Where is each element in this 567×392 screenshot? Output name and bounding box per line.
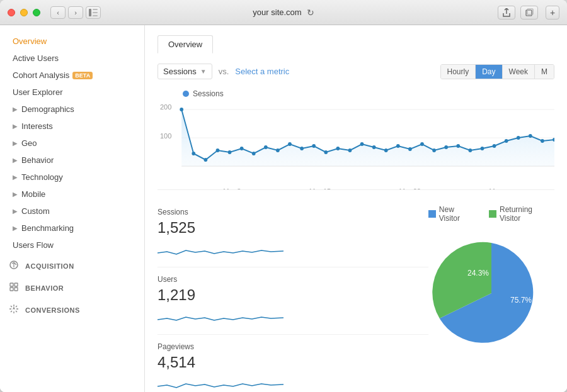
- svg-rect-5: [527, 9, 533, 14]
- sidebar-item-benchmarking[interactable]: ▶ Benchmarking: [0, 220, 144, 237]
- duplicate-button[interactable]: [520, 6, 538, 20]
- time-btn-m[interactable]: M: [535, 65, 554, 79]
- sidebar-item-users-flow[interactable]: Users Flow: [0, 237, 144, 254]
- svg-point-21: [240, 147, 244, 150]
- content-area: Overview Sessions ▼ vs. Select a metric …: [145, 25, 567, 392]
- svg-marker-11: [13, 306, 15, 310]
- window-actions: +: [498, 6, 559, 20]
- section-behavior[interactable]: BEHAVIOR: [0, 276, 144, 298]
- metric-sessions-value: 1,525: [158, 219, 428, 237]
- svg-point-25: [288, 142, 292, 146]
- svg-rect-2: [93, 12, 98, 13]
- metric-pageviews-value: 4,514: [158, 354, 428, 371]
- sidebar-item-demographics[interactable]: ▶ Demographics: [0, 101, 144, 118]
- legend-label-new: New Visitor: [439, 205, 476, 223]
- pie-chart-svg: 75.7% 24.3%: [428, 230, 554, 356]
- sidebar-item-active-users[interactable]: Active Users: [0, 50, 144, 67]
- select-metric-link[interactable]: Select a metric: [235, 67, 289, 76]
- controls-row: Sessions ▼ vs. Select a metric Hourly Da…: [158, 64, 554, 79]
- sidebar-item-user-explorer[interactable]: User Explorer: [0, 84, 144, 101]
- time-btn-day[interactable]: Day: [476, 65, 502, 79]
- arrow-icon: ▶: [13, 208, 18, 215]
- tab-overview[interactable]: Overview: [158, 35, 213, 53]
- svg-point-24: [276, 148, 280, 152]
- arrow-icon: ▶: [13, 106, 18, 113]
- section-acquisition[interactable]: ACQUISITION: [0, 254, 144, 276]
- chart-container: Sessions 200 100: [158, 89, 554, 190]
- sessions-sparkline: [158, 240, 284, 259]
- sidebar-item-interests[interactable]: ▶ Interests: [0, 118, 144, 135]
- sidebar-item-behavior[interactable]: ▶ Behavior: [0, 152, 144, 169]
- conversions-icon: [9, 304, 19, 316]
- arrow-icon: ▶: [13, 140, 18, 147]
- svg-point-26: [300, 147, 304, 150]
- maximize-button[interactable]: [33, 9, 40, 16]
- back-button[interactable]: ‹: [50, 6, 66, 19]
- users-sparkline: [158, 308, 284, 327]
- sidebar-item-cohort-analysis[interactable]: Cohort Analysis BETA: [0, 67, 144, 84]
- svg-rect-9: [10, 288, 13, 291]
- sidebar-item-overview[interactable]: Overview: [0, 33, 144, 50]
- behavior-icon: [9, 282, 19, 294]
- share-button[interactable]: [498, 6, 515, 20]
- close-button[interactable]: [8, 9, 15, 16]
- svg-rect-8: [14, 283, 18, 286]
- svg-rect-0: [89, 9, 91, 16]
- sidebar-item-custom[interactable]: ▶ Custom: [0, 203, 144, 220]
- x-label-m: M: [490, 188, 495, 190]
- chart-legend-label: Sessions: [193, 89, 224, 98]
- sidebar-item-technology[interactable]: ▶ Technology: [0, 169, 144, 186]
- svg-point-33: [384, 148, 388, 152]
- svg-point-44: [517, 136, 520, 140]
- legend-item-returning: Returning Visitor: [489, 205, 554, 223]
- x-label-mar8: Mar 8: [223, 188, 241, 190]
- arrow-icon: ▶: [13, 225, 18, 232]
- beta-badge: BETA: [72, 72, 93, 79]
- svg-point-23: [264, 145, 268, 149]
- minimize-button[interactable]: [20, 9, 28, 16]
- pie-chart-area: New Visitor Returning Visitor: [428, 200, 554, 392]
- y-label-100: 100: [160, 132, 171, 140]
- section-conversions[interactable]: CONVERSIONS: [0, 298, 144, 320]
- legend-item-new: New Visitor: [428, 205, 476, 223]
- nav-buttons: ‹ ›: [50, 6, 83, 19]
- sidebar: Overview Active Users Cohort Analysis BE…: [0, 25, 145, 392]
- time-btn-week[interactable]: Week: [503, 65, 535, 79]
- svg-point-16: [180, 108, 183, 111]
- sidebar-item-geo[interactable]: ▶ Geo: [0, 135, 144, 152]
- metric-card-users: Users 1,219: [158, 267, 428, 335]
- browser-window: ‹ › your site.com ↻: [0, 0, 567, 392]
- refresh-icon[interactable]: ↻: [307, 8, 314, 18]
- metric-pageviews-label: Pageviews: [158, 342, 428, 351]
- x-label-mar15: Mar 15: [309, 188, 331, 190]
- dropdown-arrow-icon: ▼: [200, 68, 207, 75]
- pageviews-sparkline: [158, 375, 284, 392]
- app-body: Overview Active Users Cohort Analysis BE…: [0, 25, 567, 392]
- url-text: your site.com: [253, 8, 301, 17]
- url-bar: your site.com ↻: [253, 8, 314, 18]
- sidebar-item-mobile[interactable]: ▶ Mobile: [0, 186, 144, 203]
- legend-color-new: [428, 210, 436, 218]
- svg-point-31: [360, 142, 364, 146]
- svg-point-27: [312, 144, 316, 148]
- metric-select[interactable]: Sessions ▼: [158, 64, 212, 79]
- svg-point-29: [336, 147, 340, 150]
- arrow-icon: ▶: [13, 174, 18, 181]
- metric-sessions-label: Sessions: [158, 208, 428, 216]
- main-content: Overview Sessions ▼ vs. Select a metric …: [145, 25, 567, 392]
- svg-point-32: [372, 145, 376, 149]
- svg-point-19: [216, 148, 220, 152]
- svg-point-43: [505, 139, 508, 143]
- new-tab-button[interactable]: +: [546, 6, 559, 20]
- forward-button[interactable]: ›: [68, 6, 83, 19]
- svg-point-38: [444, 145, 448, 149]
- metric-users-value: 1,219: [158, 286, 428, 304]
- svg-point-35: [408, 147, 412, 151]
- sidebar-toggle-button[interactable]: [86, 6, 101, 19]
- time-btn-hourly[interactable]: Hourly: [441, 65, 476, 79]
- svg-point-37: [432, 148, 436, 152]
- svg-rect-4: [526, 10, 532, 16]
- x-label-mar22: Mar 22: [399, 188, 421, 190]
- svg-text:24.3%: 24.3%: [467, 269, 489, 277]
- svg-point-22: [252, 152, 256, 155]
